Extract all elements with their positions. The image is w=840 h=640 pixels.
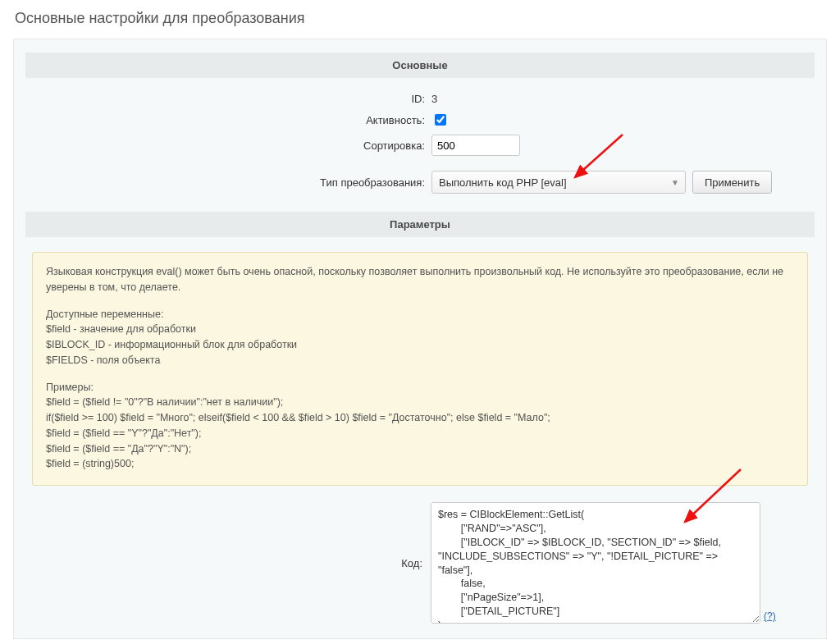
row-id: ID: 3 bbox=[25, 93, 815, 105]
warning-var3: $FIELDS - поля объекта bbox=[46, 353, 794, 368]
type-label: Тип преобразования: bbox=[25, 176, 431, 189]
type-select[interactable]: Выполнить код PHP [eval] bbox=[431, 171, 686, 194]
help-link[interactable]: (?) bbox=[764, 610, 776, 624]
page-title: Основные настройки для преобразования bbox=[15, 10, 827, 27]
code-label: Код: bbox=[32, 557, 431, 569]
settings-panel: Основные ID: 3 Активность: Сортировка: Т… bbox=[13, 39, 827, 639]
section-params-header: Параметры bbox=[25, 212, 815, 237]
sort-label: Сортировка: bbox=[25, 139, 431, 152]
row-active: Активность: bbox=[25, 112, 815, 128]
row-type: Тип преобразования: Выполнить код PHP [e… bbox=[25, 171, 815, 194]
warning-var1: $field - значение для обработки bbox=[46, 322, 794, 337]
warning-var2: $IBLOCK_ID - информационный блок для обр… bbox=[46, 337, 794, 353]
apply-button[interactable]: Применить bbox=[692, 171, 772, 194]
warning-ex2: if($field >= 100) $field = "Много"; else… bbox=[46, 410, 794, 426]
warning-ex3: $field = ($field == "Y"?"Да":"Нет"); bbox=[46, 426, 794, 441]
active-label: Активность: bbox=[25, 114, 431, 126]
warning-ex-title: Примеры: bbox=[46, 380, 794, 395]
eval-warning-box: Языковая конструкция eval() может быть о… bbox=[32, 252, 808, 486]
warning-ex1: $field = ($field != "0"?"В наличии":"нет… bbox=[46, 395, 794, 410]
active-checkbox[interactable] bbox=[435, 114, 446, 126]
row-sort: Сортировка: bbox=[25, 135, 815, 156]
row-code: Код: (?) bbox=[32, 502, 808, 624]
id-label: ID: bbox=[25, 93, 431, 105]
code-textarea[interactable] bbox=[431, 502, 760, 624]
warning-ex5: $field = (string)500; bbox=[46, 456, 794, 472]
sort-input[interactable] bbox=[431, 135, 520, 156]
warning-intro: Языковая конструкция eval() может быть о… bbox=[46, 264, 794, 295]
section-main-header: Основные bbox=[25, 53, 815, 78]
warning-vars-title: Доступные переменные: bbox=[46, 307, 794, 322]
id-value: 3 bbox=[431, 93, 815, 105]
warning-ex4: $field = ($field == "Да"?"Y":"N"); bbox=[46, 441, 794, 457]
